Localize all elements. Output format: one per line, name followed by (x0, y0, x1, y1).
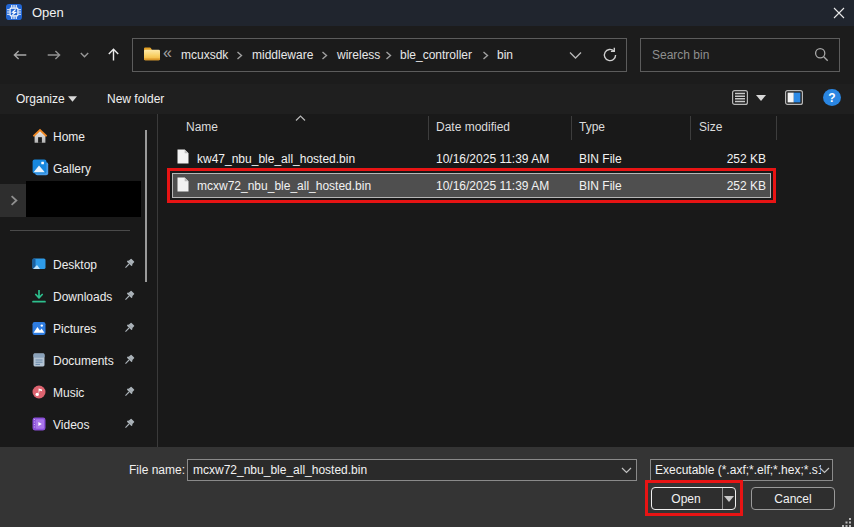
svg-text:?: ? (828, 91, 835, 105)
